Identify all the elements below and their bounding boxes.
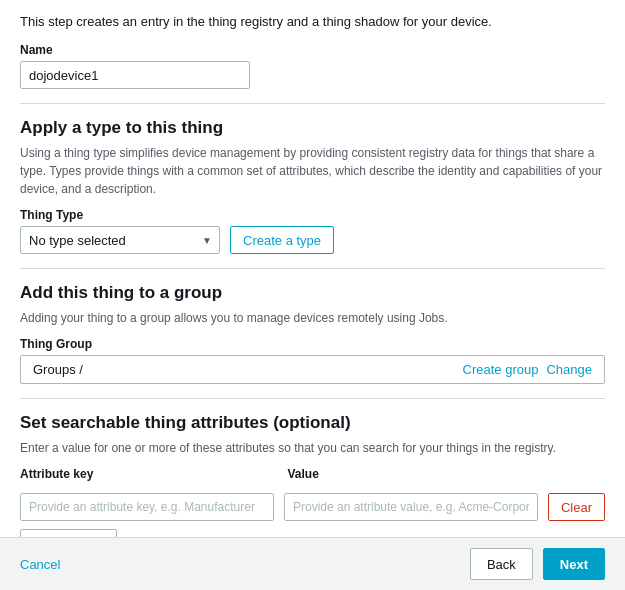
content-area: This step creates an entry in the thing … [0,0,625,537]
attributes-desc: Enter a value for one or more of these a… [20,439,605,457]
next-button[interactable]: Next [543,548,605,580]
group-section-desc: Adding your thing to a group allows you … [20,309,605,327]
name-label: Name [20,43,605,57]
attributes-inputs-row: Clear [20,493,605,521]
attributes-section: Set searchable thing attributes (optiona… [20,413,605,537]
attr-key-input[interactable] [20,493,274,521]
add-another-button[interactable]: Add another [20,529,117,537]
attr-value-input[interactable] [284,493,538,521]
intro-text: This step creates an entry in the thing … [20,14,605,29]
thing-group-actions: Create group Change [463,362,592,377]
divider-1 [20,103,605,104]
create-group-button[interactable]: Create group [463,362,539,377]
attributes-labels-row: Attribute key Value [20,467,605,485]
type-section-desc: Using a thing type simplifies device man… [20,144,605,198]
type-select[interactable]: No type selected [20,226,220,254]
attr-value-label: Value [288,467,536,481]
type-section: Apply a type to this thing Using a thing… [20,118,605,254]
type-select-wrapper: No type selected ▼ [20,226,220,254]
footer-right: Back Next [470,548,605,580]
group-section-title: Add this thing to a group [20,283,605,303]
attr-key-label: Attribute key [20,467,268,481]
footer: Cancel Back Next [0,537,625,590]
thing-group-value: Groups / [33,362,83,377]
thing-group-box: Groups / Create group Change [20,355,605,384]
thing-type-label: Thing Type [20,208,605,222]
name-input[interactable] [20,61,250,89]
type-section-title: Apply a type to this thing [20,118,605,138]
thing-type-row: No type selected ▼ Create a type [20,226,605,254]
clear-button[interactable]: Clear [548,493,605,521]
back-button[interactable]: Back [470,548,533,580]
group-section: Add this thing to a group Adding your th… [20,283,605,384]
create-type-button[interactable]: Create a type [230,226,334,254]
attributes-title: Set searchable thing attributes (optiona… [20,413,605,433]
change-group-button[interactable]: Change [546,362,592,377]
thing-group-label: Thing Group [20,337,605,351]
page-wrapper: This step creates an entry in the thing … [0,0,625,590]
name-section: Name [20,43,605,89]
divider-3 [20,398,605,399]
divider-2 [20,268,605,269]
cancel-button[interactable]: Cancel [20,557,60,572]
